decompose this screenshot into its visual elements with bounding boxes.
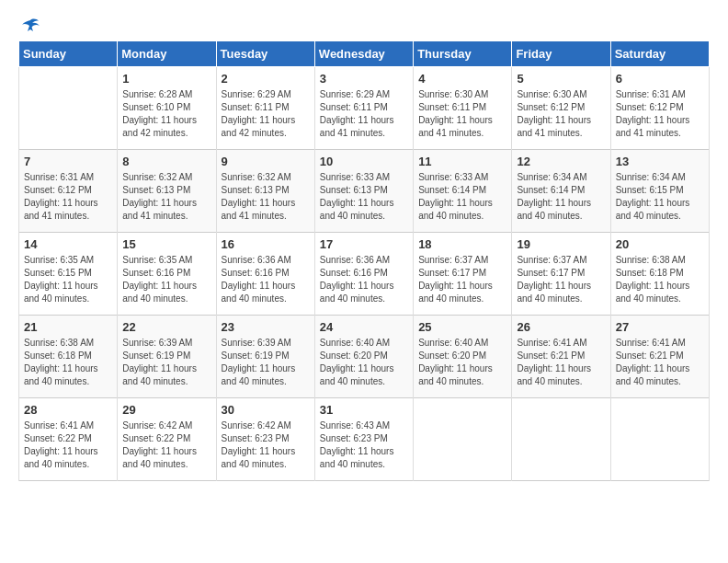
calendar-header-saturday: Saturday — [610, 41, 709, 67]
day-detail: Sunrise: 6:34 AMSunset: 6:14 PMDaylight:… — [517, 171, 605, 223]
calendar-cell: 26Sunrise: 6:41 AMSunset: 6:21 PMDayligh… — [512, 316, 610, 398]
day-detail: Sunrise: 6:37 AMSunset: 6:17 PMDaylight:… — [517, 254, 605, 305]
day-number: 22 — [122, 320, 210, 334]
day-detail: Sunrise: 6:40 AMSunset: 6:20 PMDaylight:… — [418, 337, 506, 388]
day-number: 8 — [122, 155, 210, 168]
day-number: 27 — [616, 320, 704, 334]
day-number: 3 — [320, 72, 408, 86]
day-detail: Sunrise: 6:29 AMSunset: 6:11 PMDaylight:… — [320, 88, 408, 140]
calendar-header-wednesday: Wednesday — [314, 41, 413, 67]
day-number: 25 — [418, 320, 506, 334]
day-number: 10 — [320, 155, 408, 168]
day-detail: Sunrise: 6:34 AMSunset: 6:15 PMDaylight:… — [616, 171, 704, 223]
day-detail: Sunrise: 6:29 AMSunset: 6:11 PMDaylight:… — [222, 88, 310, 140]
calendar-cell: 10Sunrise: 6:33 AMSunset: 6:13 PMDayligh… — [314, 150, 413, 233]
calendar-cell — [512, 398, 610, 481]
day-detail: Sunrise: 6:28 AMSunset: 6:10 PMDaylight:… — [122, 88, 210, 140]
calendar-cell: 24Sunrise: 6:40 AMSunset: 6:20 PMDayligh… — [314, 316, 413, 398]
day-detail: Sunrise: 6:42 AMSunset: 6:22 PMDaylight:… — [122, 419, 210, 471]
calendar-cell: 28Sunrise: 6:41 AMSunset: 6:22 PMDayligh… — [19, 398, 118, 481]
day-detail: Sunrise: 6:39 AMSunset: 6:19 PMDaylight:… — [122, 337, 210, 388]
day-detail: Sunrise: 6:36 AMSunset: 6:16 PMDaylight:… — [222, 254, 310, 305]
day-detail: Sunrise: 6:41 AMSunset: 6:21 PMDaylight:… — [517, 337, 605, 388]
day-number: 30 — [222, 403, 310, 417]
day-number: 7 — [24, 155, 112, 168]
calendar-week-row: 21Sunrise: 6:38 AMSunset: 6:18 PMDayligh… — [19, 316, 710, 398]
calendar-cell: 22Sunrise: 6:39 AMSunset: 6:19 PMDayligh… — [118, 316, 216, 398]
calendar-cell: 9Sunrise: 6:32 AMSunset: 6:13 PMDaylight… — [216, 150, 314, 233]
calendar-header-tuesday: Tuesday — [216, 41, 314, 67]
day-number: 18 — [418, 237, 506, 251]
day-number: 26 — [517, 320, 605, 334]
day-number: 14 — [24, 237, 112, 251]
day-number: 24 — [320, 320, 408, 334]
day-detail: Sunrise: 6:31 AMSunset: 6:12 PMDaylight:… — [24, 171, 112, 223]
day-detail: Sunrise: 6:32 AMSunset: 6:13 PMDaylight:… — [222, 171, 310, 223]
page-header — [18, 18, 710, 31]
day-number: 28 — [24, 403, 112, 417]
day-detail: Sunrise: 6:41 AMSunset: 6:21 PMDaylight:… — [616, 337, 704, 388]
day-detail: Sunrise: 6:35 AMSunset: 6:15 PMDaylight:… — [24, 254, 112, 305]
calendar-table: SundayMondayTuesdayWednesdayThursdayFrid… — [18, 40, 710, 481]
day-detail: Sunrise: 6:30 AMSunset: 6:12 PMDaylight:… — [517, 88, 605, 140]
day-number: 17 — [320, 237, 408, 251]
calendar-cell: 30Sunrise: 6:42 AMSunset: 6:23 PMDayligh… — [216, 398, 314, 481]
day-number: 1 — [122, 72, 210, 86]
calendar-cell: 17Sunrise: 6:36 AMSunset: 6:16 PMDayligh… — [314, 233, 413, 316]
calendar-cell: 5Sunrise: 6:30 AMSunset: 6:12 PMDaylight… — [512, 67, 610, 150]
day-number: 11 — [418, 155, 506, 168]
calendar-cell: 8Sunrise: 6:32 AMSunset: 6:13 PMDaylight… — [118, 150, 216, 233]
calendar-cell: 16Sunrise: 6:36 AMSunset: 6:16 PMDayligh… — [216, 233, 314, 316]
calendar-week-row: 7Sunrise: 6:31 AMSunset: 6:12 PMDaylight… — [19, 150, 710, 233]
calendar-cell: 3Sunrise: 6:29 AMSunset: 6:11 PMDaylight… — [314, 67, 413, 150]
day-number: 5 — [517, 72, 605, 86]
calendar-cell — [610, 398, 709, 481]
calendar-cell: 23Sunrise: 6:39 AMSunset: 6:19 PMDayligh… — [216, 316, 314, 398]
day-detail: Sunrise: 6:42 AMSunset: 6:23 PMDaylight:… — [222, 419, 310, 471]
day-detail: Sunrise: 6:32 AMSunset: 6:13 PMDaylight:… — [122, 171, 210, 223]
day-number: 29 — [122, 403, 210, 417]
calendar-cell: 11Sunrise: 6:33 AMSunset: 6:14 PMDayligh… — [414, 150, 512, 233]
calendar-header-row: SundayMondayTuesdayWednesdayThursdayFrid… — [19, 41, 710, 67]
day-number: 16 — [222, 237, 310, 251]
calendar-cell: 27Sunrise: 6:41 AMSunset: 6:21 PMDayligh… — [610, 316, 709, 398]
day-number: 6 — [616, 72, 704, 86]
calendar-cell: 7Sunrise: 6:31 AMSunset: 6:12 PMDaylight… — [19, 150, 118, 233]
calendar-cell: 2Sunrise: 6:29 AMSunset: 6:11 PMDaylight… — [216, 67, 314, 150]
day-detail: Sunrise: 6:43 AMSunset: 6:23 PMDaylight:… — [320, 419, 408, 471]
calendar-header-monday: Monday — [118, 41, 216, 67]
calendar-cell: 20Sunrise: 6:38 AMSunset: 6:18 PMDayligh… — [610, 233, 709, 316]
calendar-cell — [19, 67, 118, 150]
day-number: 9 — [222, 155, 310, 168]
calendar-cell: 14Sunrise: 6:35 AMSunset: 6:15 PMDayligh… — [19, 233, 118, 316]
calendar-cell: 21Sunrise: 6:38 AMSunset: 6:18 PMDayligh… — [19, 316, 118, 398]
calendar-cell: 13Sunrise: 6:34 AMSunset: 6:15 PMDayligh… — [610, 150, 709, 233]
calendar-cell: 12Sunrise: 6:34 AMSunset: 6:14 PMDayligh… — [512, 150, 610, 233]
day-detail: Sunrise: 6:39 AMSunset: 6:19 PMDaylight:… — [222, 337, 310, 388]
day-number: 15 — [122, 237, 210, 251]
logo — [18, 18, 40, 31]
calendar-cell: 25Sunrise: 6:40 AMSunset: 6:20 PMDayligh… — [414, 316, 512, 398]
calendar-header-sunday: Sunday — [19, 41, 118, 67]
day-detail: Sunrise: 6:38 AMSunset: 6:18 PMDaylight:… — [24, 337, 112, 388]
calendar-header-thursday: Thursday — [414, 41, 512, 67]
calendar-cell: 31Sunrise: 6:43 AMSunset: 6:23 PMDayligh… — [314, 398, 413, 481]
day-number: 4 — [418, 72, 506, 86]
calendar-cell: 18Sunrise: 6:37 AMSunset: 6:17 PMDayligh… — [414, 233, 512, 316]
day-detail: Sunrise: 6:30 AMSunset: 6:11 PMDaylight:… — [418, 88, 506, 140]
day-number: 13 — [616, 155, 704, 168]
day-detail: Sunrise: 6:40 AMSunset: 6:20 PMDaylight:… — [320, 337, 408, 388]
logo-bird-icon — [20, 18, 40, 35]
day-detail: Sunrise: 6:31 AMSunset: 6:12 PMDaylight:… — [616, 88, 704, 140]
day-number: 21 — [24, 320, 112, 334]
day-number: 20 — [616, 237, 704, 251]
day-number: 12 — [517, 155, 605, 168]
calendar-cell: 1Sunrise: 6:28 AMSunset: 6:10 PMDaylight… — [118, 67, 216, 150]
calendar-cell: 4Sunrise: 6:30 AMSunset: 6:11 PMDaylight… — [414, 67, 512, 150]
day-detail: Sunrise: 6:41 AMSunset: 6:22 PMDaylight:… — [24, 419, 112, 471]
day-detail: Sunrise: 6:33 AMSunset: 6:14 PMDaylight:… — [418, 171, 506, 223]
day-detail: Sunrise: 6:35 AMSunset: 6:16 PMDaylight:… — [122, 254, 210, 305]
day-number: 2 — [222, 72, 310, 86]
calendar-cell: 19Sunrise: 6:37 AMSunset: 6:17 PMDayligh… — [512, 233, 610, 316]
calendar-header-friday: Friday — [512, 41, 610, 67]
